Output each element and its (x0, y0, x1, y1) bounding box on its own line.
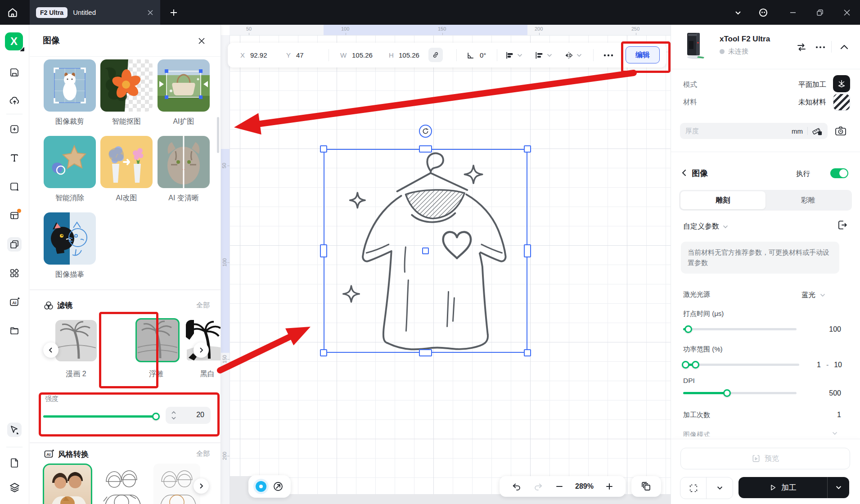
zoom-out-icon[interactable] (555, 482, 563, 490)
chevron-left-icon[interactable] (681, 169, 687, 177)
power-slider-knob-min[interactable] (682, 361, 689, 369)
dpi-slider-knob[interactable] (723, 389, 731, 397)
stepper-chevrons-icon[interactable] (171, 410, 176, 421)
dot-time-slider-knob[interactable] (684, 325, 692, 333)
tool-card-ai-modify[interactable]: AI改图 (100, 136, 153, 203)
filter-thumb-emboss-selected[interactable] (135, 318, 180, 362)
lock-ratio-chip[interactable] (428, 48, 443, 62)
filters-all-link[interactable]: 全部 (196, 301, 210, 310)
thickness-placeholder[interactable]: 厚度 (685, 127, 787, 135)
edit-button[interactable]: 编辑 (626, 46, 660, 63)
selection-handle-s[interactable] (419, 349, 432, 356)
sidebar-item-select[interactable] (7, 423, 22, 437)
tab-color-engrave[interactable]: 彩雕 (765, 191, 851, 209)
sidebar-item-ai[interactable]: AI (7, 295, 22, 309)
distribute-icon[interactable] (505, 51, 514, 60)
custom-params-dropdown[interactable]: 自定义参数 (683, 222, 728, 231)
new-tab-button[interactable] (167, 6, 180, 19)
style-thumb-photo-selected[interactable] (43, 464, 92, 504)
process-options-button[interactable] (828, 477, 849, 498)
panel-scrollbar[interactable] (217, 117, 219, 153)
sidebar-item-layers[interactable] (7, 480, 22, 495)
dot-time-slider-track[interactable] (683, 328, 797, 330)
minimize-button[interactable] (787, 6, 799, 19)
sidebar-item-text[interactable] (7, 151, 22, 165)
titlebar-dropdown-button[interactable] (732, 6, 744, 19)
more-options-icon[interactable] (603, 54, 614, 57)
material-swatch[interactable] (833, 94, 850, 111)
laser-position-indicator[interactable] (256, 481, 266, 492)
sidebar-item-add[interactable] (7, 122, 22, 136)
sidebar-item-files[interactable] (7, 324, 22, 338)
tab-engrave[interactable]: 雕刻 (680, 191, 765, 209)
sidebar-item-layout[interactable] (7, 208, 22, 223)
intensity-slider-knob[interactable] (152, 413, 160, 420)
sidebar-item-cloud-upload[interactable] (7, 93, 22, 108)
sidebar-item-save[interactable] (7, 65, 22, 80)
laser-source-select[interactable]: 蓝光 (801, 290, 825, 300)
filters-next-button[interactable] (194, 342, 209, 358)
thickness-input-group[interactable]: 厚度 mm A (680, 123, 828, 139)
xcs-logo[interactable]: X (5, 32, 23, 50)
flip-icon[interactable] (564, 51, 573, 60)
selection-handle-sw[interactable] (320, 349, 327, 356)
sidebar-item-image-active[interactable] (7, 237, 22, 252)
angle-value[interactable]: 0° (480, 51, 486, 59)
dot-time-value[interactable]: 100 (806, 325, 841, 333)
filters-prev-button[interactable] (43, 342, 59, 358)
copies-pill[interactable] (631, 476, 661, 497)
style-thumb-sketch2[interactable] (153, 464, 200, 504)
home-button[interactable] (0, 0, 25, 25)
sidebar-item-document[interactable] (7, 456, 22, 470)
switch-device-icon[interactable] (796, 42, 807, 53)
sidebar-item-apps[interactable] (7, 266, 22, 280)
y-value[interactable]: 47 (296, 51, 304, 59)
align-icon[interactable] (535, 51, 544, 60)
zoom-level[interactable]: 289% (575, 482, 594, 490)
undo-icon[interactable] (512, 482, 522, 491)
mode-value[interactable]: 平面加工 (783, 80, 826, 90)
style-transfer-next-button[interactable] (194, 478, 209, 494)
panel-close-button[interactable] (195, 35, 208, 47)
tool-card-trace[interactable]: 图像描摹 (44, 212, 96, 279)
process-button[interactable]: 加工 (738, 477, 827, 498)
tool-card-erase[interactable]: 智能消除 (44, 136, 96, 203)
x-value[interactable]: 92.92 (250, 51, 267, 59)
frame-button[interactable] (680, 477, 706, 499)
camera-measure-icon[interactable] (835, 126, 846, 136)
chevron-down-icon[interactable] (517, 54, 522, 57)
chevron-down-icon[interactable] (547, 54, 552, 57)
intensity-stepper[interactable]: 20 (166, 407, 211, 424)
selection-handle-w[interactable] (320, 244, 327, 257)
tool-card-ai-expand[interactable]: AI扩图 (158, 59, 210, 126)
selection-handle-ne[interactable] (524, 145, 531, 153)
selection-handle-n[interactable] (419, 145, 432, 153)
collapse-panel-icon[interactable] (839, 43, 849, 52)
power-slider-knob-max[interactable] (692, 361, 699, 369)
style-transfer-all-link[interactable]: 全部 (196, 450, 210, 458)
selection-handle-nw[interactable] (320, 145, 327, 153)
zoom-in-icon[interactable] (605, 482, 613, 490)
selection-center-anchor[interactable] (422, 248, 429, 254)
execute-toggle[interactable] (830, 168, 848, 178)
go-to-position-icon[interactable] (273, 481, 284, 492)
w-value[interactable]: 105.26 (352, 51, 373, 59)
restore-button[interactable] (814, 6, 826, 19)
tab-close-icon[interactable] (147, 9, 154, 16)
power-min-value[interactable]: 1 (817, 361, 821, 369)
selection-handle-se[interactable] (524, 349, 531, 356)
frame-options-button[interactable] (707, 477, 733, 499)
redo-icon[interactable] (533, 482, 543, 491)
style-thumb-sketch1[interactable] (98, 464, 145, 504)
status-button[interactable] (757, 6, 770, 19)
chevron-down-icon[interactable] (576, 54, 582, 57)
tool-card-crop[interactable]: 图像裁剪 (44, 59, 96, 126)
document-tab[interactable]: F2 Ultra Untitled (30, 0, 160, 25)
tool-card-cutout[interactable]: 智能抠图 (100, 59, 153, 126)
device-more-icon[interactable] (815, 45, 826, 49)
rotate-handle[interactable] (419, 125, 432, 138)
selection-handle-e[interactable] (524, 244, 531, 257)
h-value[interactable]: 105.26 (399, 51, 419, 59)
mode-icon-chip[interactable] (833, 75, 850, 92)
filter-thumb-comic2[interactable] (55, 320, 97, 361)
